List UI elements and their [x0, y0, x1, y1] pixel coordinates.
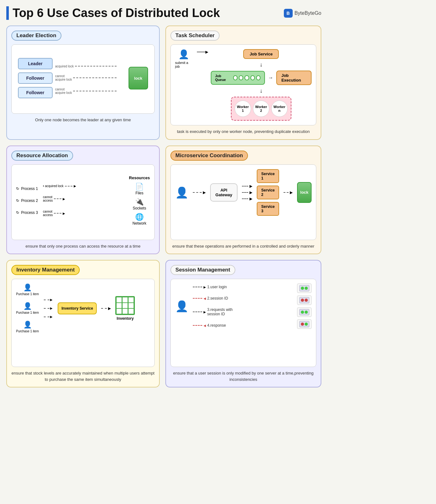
microservice-diagram: 👤 ▶ API Gateway ▶ ▶ ▶ Service 1 Service …: [170, 164, 316, 240]
sm-s2-dot1: [301, 299, 304, 302]
brand-icon: B: [284, 9, 293, 18]
sm-step1: ▶ 1.user login: [193, 285, 293, 289]
im-user3-icon: 👤: [23, 321, 32, 329]
sm-s3-dot1: [301, 311, 304, 314]
sm-user-col: 👤: [175, 300, 188, 312]
ra-arrows-labels: • acquired lock ▶ cannotaccess ▶ cannota…: [41, 184, 126, 217]
leader-election-card: Leader Election Leader Follower Follower…: [6, 26, 160, 140]
microservice-card: Microservice Coordination 👤 ▶ API Gatewa…: [165, 146, 321, 255]
im-caption: ensure that stock levels are accurately …: [11, 370, 155, 382]
le-arrow-label3: cannotacquire lock: [55, 88, 72, 94]
ra-resources-title: Resources: [129, 175, 150, 180]
mc-lock-label: lock: [300, 190, 308, 195]
session-management-card: Session Management 👤 ▶ 1.user login ◀ 2.…: [165, 260, 321, 387]
ts-job-queue: Job Queue: [211, 71, 265, 85]
ra-resources: Resources 📄 Files 🔌 Sockets 🌐 Network: [129, 175, 150, 226]
ra-arrow-label2: cannotaccess: [43, 195, 53, 202]
sm-caption: ensure that a user session is only modif…: [170, 370, 316, 382]
sm-diagram-content: 👤 ▶ 1.user login ◀ 2.session ID: [175, 284, 312, 329]
ra-process3: ↻ Process 3: [16, 210, 38, 215]
le-node-leader: Leader: [18, 58, 53, 69]
le-nodes: Leader Follower Follower: [18, 58, 53, 98]
mc-service3: Service 3: [257, 202, 279, 216]
ts-main-flow: Job Service ↓ Job Queue → Job Execution: [211, 49, 312, 121]
im-user3: 👤 Purchase 1 item: [16, 321, 39, 333]
le-arrows: acquired lock cannotacquire lock cannota…: [55, 62, 117, 94]
ra-processes: ↻ Process 1 ↻ Process 2 ↻ Process 3: [16, 186, 38, 215]
ra-process3-label: Process 3: [21, 210, 38, 215]
ts-workern: Workern: [271, 100, 288, 117]
sm-step1-label: 1.user login: [207, 285, 227, 289]
im-arrows: ▶ ▶ ▶: [41, 298, 55, 318]
ts-workers: Worker1 Worker2 Workern: [231, 97, 291, 121]
im-inventory: Inventory: [115, 296, 135, 321]
im-users: 👤 Purchase 1 item 👤 Purchase 1 item 👤 Pu…: [16, 284, 39, 333]
sm-server2: [297, 295, 312, 305]
ra-arrow-label1: • acquired lock: [43, 184, 63, 188]
ra-sockets-label: Sockets: [133, 206, 146, 210]
ra-process1: ↻ Process 1: [16, 186, 38, 191]
im-user2-icon: 👤: [23, 302, 32, 310]
ra-process1-label: Process 1: [21, 186, 38, 191]
ra-files: 📄 Files: [135, 183, 144, 195]
im-grid: [115, 296, 135, 315]
ts-worker2: Worker2: [253, 100, 269, 117]
le-node-follower2: Follower: [18, 87, 53, 98]
im-user2-label: Purchase 1 item: [16, 311, 39, 314]
main-grid: Leader Election Leader Follower Follower…: [6, 26, 321, 387]
ts-worker1: Worker1: [235, 100, 251, 117]
mc-user-icon: 👤: [175, 186, 188, 199]
ra-network-label: Network: [133, 221, 146, 226]
sm-step2-label: 2.session ID: [207, 296, 228, 301]
mc-arrow1: ▶: [193, 190, 206, 195]
ra-diagram-content: ↻ Process 1 ↻ Process 2 ↻ Process 3 • ac…: [16, 169, 150, 232]
ra-arrow-label3: cannotaccess: [43, 210, 53, 217]
le-arrow-label1: acquired lock: [55, 65, 74, 68]
sm-step-labels: ▶ 1.user login ◀ 2.session ID ▶ 3.reques…: [193, 285, 293, 328]
sm-s3-dot2: [305, 311, 308, 314]
im-service-label: Inventory Service: [61, 306, 93, 311]
task-scheduler-card: Task Scheduler 👤 submit a job ▶ Job Serv…: [165, 26, 321, 140]
le-arrow-label2: cannotacquire lock: [55, 74, 72, 81]
sm-step4-label: 4.response: [207, 323, 226, 328]
mc-service1: Service 1: [257, 169, 279, 183]
sm-step4: ◀ 4.response: [193, 323, 293, 328]
sm-s4-dot1: [301, 323, 304, 326]
ts-user-icon: 👤: [178, 49, 189, 60]
ra-caption: ensure that only one process can access …: [11, 243, 155, 249]
ts-submit-label: submit a job: [175, 61, 192, 68]
mc-arrows-to-services: ▶ ▶ ▶: [242, 184, 252, 201]
ra-network: 🌐 Network: [133, 213, 146, 226]
ts-user-col: 👤 submit a job: [175, 49, 192, 68]
leader-election-title: Leader Election: [11, 31, 61, 41]
ra-process2-icon: ↻: [16, 198, 19, 203]
sm-user-icon: 👤: [175, 300, 188, 312]
im-user3-label: Purchase 1 item: [16, 329, 39, 333]
le-caption: Only one node becomes the leader at any …: [11, 117, 155, 123]
im-user1: 👤 Purchase 1 item: [16, 284, 39, 296]
sm-s4-dot2: [305, 323, 308, 326]
sm-step2: ◀ 2.session ID: [193, 296, 293, 301]
session-management-title: Session Management: [170, 265, 235, 275]
sm-server3: [297, 307, 312, 317]
sm-servers: [297, 284, 312, 329]
mc-caption: ensure that these operations are perform…: [170, 243, 316, 249]
mc-service2: Service 2: [257, 186, 279, 199]
ts-caption: task is executed by only one worker node…: [170, 129, 316, 135]
sm-s1-dot1: [301, 287, 304, 290]
ra-network-icon: 🌐: [133, 213, 146, 221]
le-diagram-content: Leader Follower Follower acquired lock c…: [18, 50, 148, 106]
ra-process3-icon: ↻: [16, 210, 19, 215]
sm-s1-dot2: [305, 287, 308, 290]
ra-files-icon: 📄: [135, 183, 144, 191]
ra-files-label: Files: [135, 191, 144, 195]
task-scheduler-diagram: 👤 submit a job ▶ Job Service ↓ Job Queue: [170, 44, 316, 125]
ts-job-service: Job Service: [243, 49, 279, 59]
im-user2: 👤 Purchase 1 item: [16, 302, 39, 314]
sm-step3-label: 3.requests withsession ID: [207, 307, 233, 316]
inventory-management-card: Inventory Management 👤 Purchase 1 item 👤…: [6, 260, 160, 387]
im-arrow-to-inv: ▶: [99, 306, 113, 311]
mc-gateway-label: API Gateway: [215, 188, 232, 197]
ra-sockets: 🔌 Sockets: [133, 198, 146, 210]
leader-election-diagram: Leader Follower Follower acquired lock c…: [11, 44, 155, 114]
